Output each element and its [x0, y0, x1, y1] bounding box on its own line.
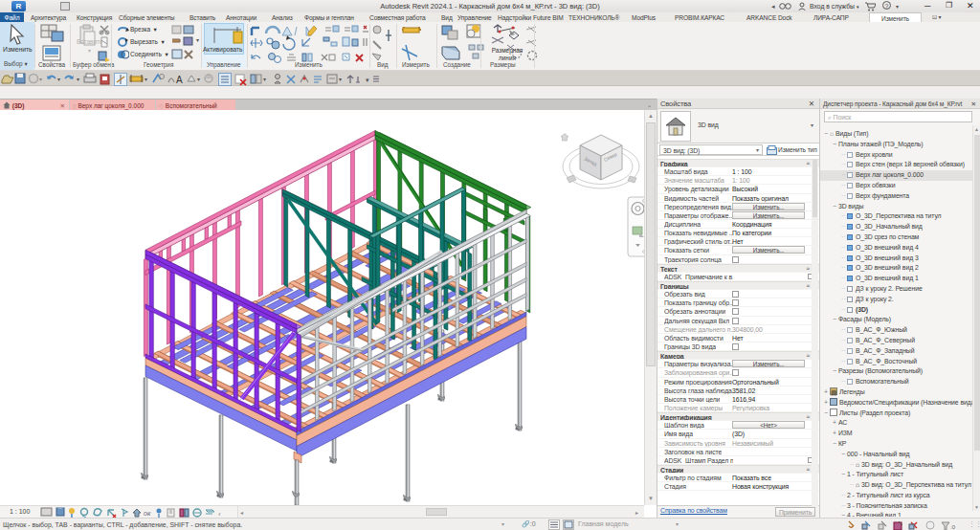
svg-text:ок: ок — [144, 510, 151, 517]
svg-text:▾: ▾ — [145, 77, 147, 82]
svg-text:▾: ▾ — [263, 77, 266, 82]
svg-text:▾: ▾ — [197, 77, 200, 82]
svg-text:▾: ▾ — [339, 77, 342, 82]
svg-text:▾: ▾ — [366, 77, 369, 83]
svg-text:▾: ▾ — [57, 77, 60, 82]
svg-text:A: A — [176, 75, 183, 85]
svg-text:▾: ▾ — [77, 77, 79, 82]
svg-text::0: :0 — [950, 524, 956, 530]
svg-text:▾: ▾ — [39, 77, 42, 82]
